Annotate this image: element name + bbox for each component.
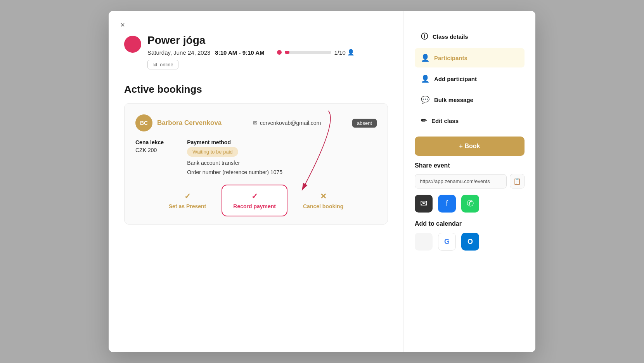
sidebar-label-add-participant: Add participant [434,76,477,82]
capacity-text: 1/10 👤 [334,49,355,56]
class-header: Power jóga Saturday, June 24, 2023 8:10 … [124,34,388,69]
share-event-title: Share event [415,162,525,169]
calendar-icons: G O [415,233,525,251]
right-sidebar: ⓘ Class details 👤 Participants 👤 Add par… [403,11,535,352]
capacity-dot [277,50,282,55]
participant-email-wrap: ✉ cervenkovab@gmail.com [253,120,321,126]
capacity-bar-wrap: 1/10 👤 [277,49,355,56]
google-calendar-button[interactable]: G [438,233,456,251]
modal: × Power jóga Saturday, June 24, 2023 8:1… [109,11,535,352]
participant-email: cervenkovab@gmail.com [260,120,321,126]
booking-card: BC Barbora Cervenkova ✉ cervenkovab@gmai… [124,103,388,225]
email-icon: ✉ [253,120,258,126]
payment-status-badge: Waiting to be paid [187,147,238,157]
cancel-booking-label: Cancel booking [303,203,343,209]
social-icons: ✉ f ✆ [415,195,525,213]
share-event-section: Share event 📋 ✉ f ✆ [415,162,525,213]
set-as-present-label: Set as Present [169,203,206,209]
edit-pencil-icon: ✏ [421,116,427,125]
sidebar-label-class-details: Class details [433,33,468,40]
booking-details: Cena lekce CZK 200 Payment method Waitin… [135,139,377,175]
cancel-icon: ✕ [320,192,327,201]
cancel-booking-button[interactable]: ✕ Cancel booking [295,187,351,214]
participant-name: Barbora Cervenkova [157,119,222,127]
add-to-calendar-title: Add to calendar [415,220,525,227]
capacity-fill [285,51,289,54]
class-date: Saturday, June 24, 2023 [147,49,210,56]
facebook-share-button[interactable]: f [438,195,456,213]
message-icon: 💬 [421,95,429,104]
book-button[interactable]: + Book [415,137,525,156]
whatsapp-share-button[interactable]: ✆ [461,195,479,213]
participant-info: BC Barbora Cervenkova [135,114,222,131]
action-buttons: ✓ Set as Present ✓ Record payment ✕ Canc… [135,185,377,216]
email-share-button[interactable]: ✉ [415,195,433,213]
sidebar-label-bulk-message: Bulk message [434,97,473,103]
sidebar-item-participants[interactable]: 👤 Participants [415,48,525,67]
record-payment-button[interactable]: ✓ Record payment [222,185,287,216]
monitor-icon: 🖥 [152,62,158,67]
sidebar-item-add-participant[interactable]: 👤 Add participant [415,69,525,88]
participants-icon: 👤 [421,54,429,62]
close-button[interactable]: × [116,19,129,31]
share-url-input[interactable] [415,174,507,188]
outlook-calendar-button[interactable]: O [461,233,479,251]
sidebar-item-edit-class[interactable]: ✏ Edit class [415,111,525,130]
price-value: CZK 200 [135,147,164,153]
person-icon: 👤 [347,49,355,56]
info-circle-icon: ⓘ [421,32,428,41]
apple-calendar-button[interactable] [415,233,433,251]
checkmark-icon: ✓ [184,192,191,201]
order-number: Order number (reference number) 1075 [187,169,282,175]
active-bookings-title: Active bookings [124,83,388,95]
copy-icon: 📋 [513,178,521,185]
capacity-bar [285,51,331,54]
record-payment-check-icon: ✓ [251,192,258,201]
sidebar-label-participants: Participants [434,55,467,61]
class-meta: Saturday, June 24, 2023 8:10 AM - 9:10 A… [147,49,355,56]
payment-method-value: Bank account transfer [187,160,282,166]
sidebar-item-class-details[interactable]: ⓘ Class details [415,26,525,47]
class-title: Power jóga [147,34,355,47]
left-panel: Power jóga Saturday, June 24, 2023 8:10 … [109,11,403,352]
add-to-calendar-section: Add to calendar G O [415,220,525,251]
class-color-dot [124,36,141,53]
online-label: online [160,62,173,67]
class-time: 8:10 AM - 9:10 AM [215,49,264,56]
price-block: Cena lekce CZK 200 [135,139,164,175]
record-payment-label: Record payment [233,203,276,209]
absent-badge: absent [352,119,377,128]
payment-method-label: Payment method [187,139,282,145]
online-tag: 🖥 online [147,60,178,69]
copy-url-button[interactable]: 📋 [510,174,525,188]
capacity-value: 1/10 [334,49,346,56]
share-url-row: 📋 [415,174,525,188]
add-person-icon: 👤 [421,74,429,83]
price-label: Cena lekce [135,139,164,145]
sidebar-label-edit-class: Edit class [431,118,459,124]
sidebar-item-bulk-message[interactable]: 💬 Bulk message [415,90,525,109]
class-info: Power jóga Saturday, June 24, 2023 8:10 … [147,34,355,69]
participant-avatar: BC [135,114,152,131]
set-as-present-button[interactable]: ✓ Set as Present [161,187,214,214]
payment-block: Payment method Waiting to be paid Bank a… [187,139,282,175]
booking-top-row: BC Barbora Cervenkova ✉ cervenkovab@gmai… [135,114,377,131]
modal-overlay: × Power jóga Saturday, June 24, 2023 8:1… [0,0,644,363]
